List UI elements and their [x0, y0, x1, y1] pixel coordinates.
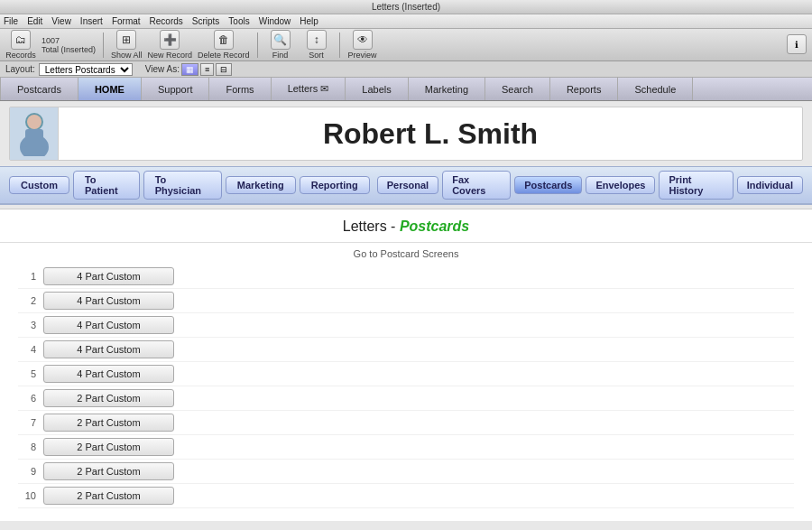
row-number: 1: [18, 271, 36, 282]
patient-photo: [10, 107, 59, 160]
top-nav: Postcards HOME Support Forms Letters ✉ L…: [0, 78, 812, 101]
sub-tab-row: Custom To Patient To Physician Marketing…: [0, 166, 812, 205]
nav-marketing[interactable]: Marketing: [409, 78, 485, 100]
find-icon: 🔍: [271, 30, 291, 50]
subtab-individual[interactable]: Individual: [737, 176, 803, 194]
title-text: Letters (Inserted): [372, 2, 440, 12]
nav-postcards[interactable]: Postcards: [0, 78, 78, 100]
row-number: 3: [18, 320, 36, 330]
row-number: 7: [18, 417, 36, 428]
menu-edit[interactable]: Edit: [27, 16, 42, 26]
subtab-print-history[interactable]: Print History: [659, 171, 733, 200]
list-row: 24 Part Custom: [18, 289, 794, 313]
menu-window[interactable]: Window: [259, 16, 291, 26]
nav-labels[interactable]: Labels: [346, 78, 408, 100]
content-section: Letters - Postcards Go to Postcard Scree…: [0, 209, 812, 521]
svg-rect-4: [25, 129, 43, 147]
section-title-italic: Postcards: [400, 219, 469, 234]
sep1: [103, 33, 104, 58]
nav-home[interactable]: HOME: [78, 78, 142, 100]
row-button[interactable]: 4 Part Custom: [43, 365, 174, 383]
nav-search[interactable]: Search: [485, 78, 550, 100]
patient-header: Robert L. Smith: [9, 107, 803, 161]
view-form-btn[interactable]: ▦: [181, 63, 198, 76]
menu-bar: File Edit View Insert Format Records Scr…: [0, 14, 812, 29]
subtab-postcards[interactable]: Postcards: [514, 176, 582, 194]
view-toggle: View As: ▦ ≡ ⊟: [145, 63, 232, 76]
list-row: 14 Part Custom: [18, 265, 794, 289]
goto-label: Go to Postcard Screens: [0, 243, 812, 263]
subtab-custom[interactable]: Custom: [9, 176, 69, 194]
row-number: 6: [18, 393, 36, 404]
view-label: View As:: [145, 64, 180, 74]
section-title: Letters - Postcards: [0, 209, 812, 243]
sort-icon: ↕: [307, 30, 327, 50]
list-row: 54 Part Custom: [18, 362, 794, 386]
view-list-btn[interactable]: ≡: [200, 63, 214, 76]
row-button[interactable]: 4 Part Custom: [43, 316, 174, 334]
nav-support[interactable]: Support: [142, 78, 210, 100]
nav-reports[interactable]: Reports: [550, 78, 619, 100]
list-row: 72 Part Custom: [18, 411, 794, 435]
row-button[interactable]: 2 Part Custom: [43, 438, 174, 456]
sep2: [257, 33, 258, 58]
menu-format[interactable]: Format: [112, 16, 141, 26]
subtab-to-physician[interactable]: To Physician: [143, 171, 222, 200]
row-button[interactable]: 2 Part Custom: [43, 462, 174, 480]
nav-letters[interactable]: Letters ✉: [272, 78, 346, 100]
menu-help[interactable]: Help: [300, 16, 318, 26]
row-button[interactable]: 2 Part Custom: [43, 414, 174, 432]
main-content: Postcards HOME Support Forms Letters ✉ L…: [0, 78, 812, 530]
subtab-envelopes[interactable]: Envelopes: [586, 176, 655, 194]
patient-avatar-svg: [16, 111, 52, 156]
subtab-fax-covers[interactable]: Fax Covers: [442, 171, 511, 200]
row-number: 9: [18, 466, 36, 477]
layout-bar: Layout: Letters Postcards View As: ▦ ≡ ⊟: [0, 61, 812, 78]
row-button[interactable]: 4 Part Custom: [43, 292, 174, 310]
new-record-icon: ➕: [160, 30, 180, 50]
show-all-btn[interactable]: ⊞ Show All: [111, 30, 143, 60]
subtab-reporting[interactable]: Reporting: [300, 176, 370, 194]
menu-records[interactable]: Records: [150, 16, 183, 26]
info-icon[interactable]: ℹ: [787, 34, 807, 54]
row-number: 5: [18, 368, 36, 379]
find-btn[interactable]: 🔍 Find: [265, 30, 296, 60]
subtab-to-patient[interactable]: To Patient: [73, 171, 140, 200]
section-title-text: Letters -: [343, 219, 400, 234]
nav-schedule[interactable]: Schedule: [618, 78, 693, 100]
layout-dropdown[interactable]: Letters Postcards: [39, 63, 133, 76]
row-button[interactable]: 2 Part Custom: [43, 389, 174, 407]
new-record-btn[interactable]: ➕ New Record: [148, 30, 193, 60]
menu-tools[interactable]: Tools: [228, 16, 249, 26]
list-row: 62 Part Custom: [18, 386, 794, 411]
menu-file[interactable]: File: [4, 16, 18, 26]
subtab-marketing[interactable]: Marketing: [226, 176, 296, 194]
row-number: 4: [18, 344, 36, 355]
view-table-btn[interactable]: ⊟: [216, 63, 232, 76]
toolbar: 🗂 Records 1007Total (Inserted) ⊞ Show Al…: [0, 29, 812, 61]
list-row: 44 Part Custom: [18, 338, 794, 362]
delete-record-icon: 🗑: [214, 30, 234, 50]
menu-view[interactable]: View: [51, 16, 71, 26]
layout-label: Layout:: [5, 64, 35, 74]
row-button[interactable]: 2 Part Custom: [43, 487, 174, 505]
list-row: 102 Part Custom: [18, 484, 794, 508]
menu-scripts[interactable]: Scripts: [192, 16, 220, 26]
row-button[interactable]: 4 Part Custom: [43, 340, 174, 358]
delete-record-btn[interactable]: 🗑 Delete Record: [198, 30, 250, 60]
preview-btn[interactable]: 👁 Preview: [347, 30, 378, 60]
row-button[interactable]: 4 Part Custom: [43, 267, 174, 285]
sort-btn[interactable]: ↕ Sort: [301, 30, 332, 60]
sep3: [339, 33, 340, 58]
list-row: 92 Part Custom: [18, 460, 794, 484]
list-row: 34 Part Custom: [18, 313, 794, 338]
list-row: 82 Part Custom: [18, 435, 794, 460]
menu-insert[interactable]: Insert: [80, 16, 103, 26]
subtab-personal[interactable]: Personal: [377, 176, 438, 194]
list-container: 14 Part Custom24 Part Custom34 Part Cust…: [0, 263, 812, 510]
row-number: 10: [18, 490, 36, 501]
records-btn[interactable]: 🗂 Records: [5, 30, 36, 60]
right-toolbar: ℹ: [787, 34, 807, 55]
nav-forms[interactable]: Forms: [209, 78, 271, 100]
total-display: 1007Total (Inserted): [42, 36, 96, 54]
